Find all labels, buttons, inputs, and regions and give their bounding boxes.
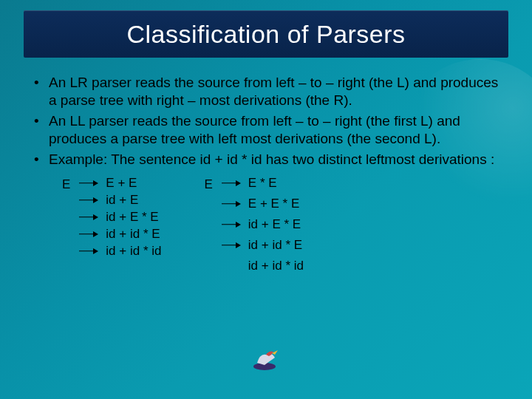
derivation-step: E + E * E <box>222 197 304 211</box>
arrow-icon <box>79 197 98 204</box>
arrow-icon <box>222 180 241 187</box>
derivation-step-text: id + id * id <box>248 259 304 273</box>
content-area: An LR parser reads the source from left … <box>33 74 499 273</box>
derivation-step: id + id * E <box>79 227 161 242</box>
derivation-step: id + id * id <box>79 244 161 259</box>
derivation-step-text: E + E <box>106 176 137 191</box>
arrow-icon <box>222 242 241 249</box>
derivation-step: E + E <box>79 176 161 191</box>
derivation-step: id + E * E <box>222 217 304 232</box>
bullet-item: An LL parser reads the source from left … <box>33 112 499 148</box>
derivation-a: E E + E id + E id + E * E id + id * E <box>62 176 161 273</box>
derivation-b: E E * E E + E * E id + E * E id + id * E <box>204 176 303 273</box>
derivation-step-text: id + id * E <box>248 238 302 253</box>
arrow-icon <box>79 231 98 238</box>
derivation-step-text: id + id * id <box>106 244 161 259</box>
pelican-logo-icon <box>250 344 279 371</box>
slide-title: Classification of Parsers <box>126 20 405 49</box>
derivation-step-text: id + E * E <box>248 217 301 232</box>
derivation-step-text: E + E * E <box>248 197 299 211</box>
derivation-b-start: E <box>204 176 212 192</box>
derivation-b-steps: E * E E + E * E id + E * E id + id * E i… <box>222 176 304 273</box>
derivation-step-text: E * E <box>248 176 277 191</box>
bullet-item: Example: The sentence id + id * id has t… <box>33 151 499 168</box>
derivation-step-text: id + E <box>106 193 138 208</box>
bullet-list: An LR parser reads the source from left … <box>33 74 499 168</box>
bullet-item: An LR parser reads the source from left … <box>33 74 499 109</box>
derivation-step: id + E * E <box>79 210 161 225</box>
derivation-step-text: id + id * E <box>106 227 160 242</box>
arrow-icon <box>79 214 98 221</box>
arrow-icon <box>222 221 241 228</box>
derivation-a-steps: E + E id + E id + E * E id + id * E id +… <box>79 176 161 259</box>
derivation-step: id + E <box>79 193 161 208</box>
derivation-step: E * E <box>222 176 304 191</box>
derivation-step: id + id * E <box>222 238 304 253</box>
arrow-icon <box>222 200 241 208</box>
title-bar: Classification of Parsers <box>24 10 508 58</box>
derivation-a-start: E <box>62 176 70 192</box>
arrow-icon <box>79 180 98 187</box>
derivation-step: id + id * id <box>222 259 304 273</box>
derivation-step-text: id + E * E <box>106 210 158 225</box>
derivations-row: E E + E id + E id + E * E id + id * E <box>33 176 499 273</box>
arrow-icon <box>79 248 98 255</box>
